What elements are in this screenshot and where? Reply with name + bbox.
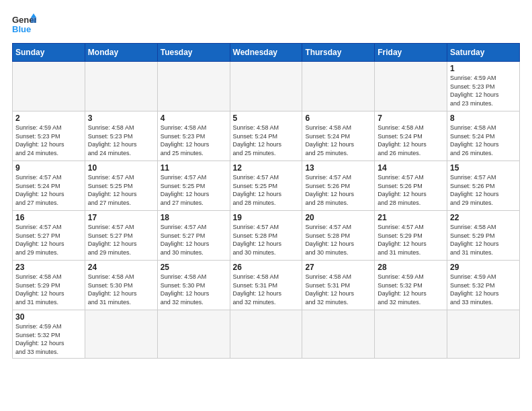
day-info: Sunrise: 4:58 AM Sunset: 5:30 PM Dayligh… [161,273,227,306]
logo: General Blue [12,12,36,36]
calendar-cell [85,62,157,111]
calendar-cell: 16Sunrise: 4:57 AM Sunset: 5:27 PM Dayli… [13,211,85,261]
day-number: 7 [378,113,444,123]
day-info: Sunrise: 4:58 AM Sunset: 5:23 PM Dayligh… [161,124,227,157]
svg-marker-3 [31,17,36,23]
day-info: Sunrise: 4:58 AM Sunset: 5:24 PM Dayligh… [305,124,371,157]
day-info: Sunrise: 4:57 AM Sunset: 5:25 PM Dayligh… [233,173,300,207]
calendar-row-3: 9Sunrise: 4:57 AM Sunset: 5:24 PM Daylig… [13,161,520,211]
day-number: 22 [450,213,517,222]
day-info: Sunrise: 4:57 AM Sunset: 5:27 PM Dayligh… [161,223,227,257]
day-number: 15 [450,163,517,173]
calendar-cell: 22Sunrise: 4:58 AM Sunset: 5:29 PM Dayli… [447,211,520,261]
day-info: Sunrise: 4:58 AM Sunset: 5:24 PM Dayligh… [378,124,444,157]
calendar-cell: 5Sunrise: 4:58 AM Sunset: 5:24 PM Daylig… [230,111,302,161]
day-number: 26 [233,263,300,272]
day-number: 13 [305,163,371,173]
day-info: Sunrise: 4:59 AM Sunset: 5:23 PM Dayligh… [15,124,82,157]
day-number: 12 [233,163,300,173]
day-number: 2 [15,113,82,123]
calendar-row-4: 16Sunrise: 4:57 AM Sunset: 5:27 PM Dayli… [13,211,520,261]
calendar-cell: 20Sunrise: 4:57 AM Sunset: 5:28 PM Dayli… [302,211,375,261]
calendar-cell [157,62,230,111]
calendar-cell: 2Sunrise: 4:59 AM Sunset: 5:23 PM Daylig… [13,111,85,161]
day-number: 24 [88,263,154,272]
calendar-cell: 28Sunrise: 4:59 AM Sunset: 5:32 PM Dayli… [375,261,447,310]
day-info: Sunrise: 4:58 AM Sunset: 5:31 PM Dayligh… [233,273,300,306]
day-info: Sunrise: 4:57 AM Sunset: 5:25 PM Dayligh… [88,173,154,207]
day-number: 11 [161,163,227,173]
day-number: 28 [378,263,444,272]
day-number: 5 [233,113,300,123]
calendar-cell [157,310,230,359]
calendar-cell [375,310,447,359]
day-info: Sunrise: 4:57 AM Sunset: 5:27 PM Dayligh… [15,223,82,257]
calendar-cell: 23Sunrise: 4:58 AM Sunset: 5:29 PM Dayli… [13,261,85,310]
calendar-row-5: 23Sunrise: 4:58 AM Sunset: 5:29 PM Dayli… [13,261,520,310]
day-number: 1 [450,64,517,73]
calendar-cell: 26Sunrise: 4:58 AM Sunset: 5:31 PM Dayli… [230,261,302,310]
day-number: 3 [88,113,154,123]
day-number: 19 [233,213,300,222]
day-info: Sunrise: 4:57 AM Sunset: 5:24 PM Dayligh… [15,173,82,207]
calendar-cell [230,62,302,111]
day-info: Sunrise: 4:58 AM Sunset: 5:29 PM Dayligh… [15,273,82,306]
day-info: Sunrise: 4:57 AM Sunset: 5:28 PM Dayligh… [305,223,371,257]
day-number: 23 [15,263,82,272]
weekday-sunday: Sunday [13,44,85,62]
calendar-cell: 4Sunrise: 4:58 AM Sunset: 5:23 PM Daylig… [157,111,230,161]
calendar-row-1: 1Sunrise: 4:59 AM Sunset: 5:23 PM Daylig… [13,62,520,111]
day-number: 21 [378,213,444,222]
day-info: Sunrise: 4:57 AM Sunset: 5:26 PM Dayligh… [450,173,517,207]
weekday-tuesday: Tuesday [157,44,230,62]
day-info: Sunrise: 4:58 AM Sunset: 5:31 PM Dayligh… [305,273,371,306]
calendar-row-2: 2Sunrise: 4:59 AM Sunset: 5:23 PM Daylig… [13,111,520,161]
weekday-wednesday: Wednesday [230,44,302,62]
day-number: 30 [15,312,82,322]
header: General Blue [12,12,520,36]
day-number: 17 [88,213,154,222]
calendar-cell: 30Sunrise: 4:59 AM Sunset: 5:32 PM Dayli… [13,310,85,359]
calendar-cell: 9Sunrise: 4:57 AM Sunset: 5:24 PM Daylig… [13,161,85,211]
day-number: 4 [161,113,227,123]
day-info: Sunrise: 4:58 AM Sunset: 5:29 PM Dayligh… [450,223,517,257]
day-number: 14 [378,163,444,173]
day-info: Sunrise: 4:57 AM Sunset: 5:27 PM Dayligh… [88,223,154,257]
calendar-cell: 27Sunrise: 4:58 AM Sunset: 5:31 PM Dayli… [302,261,375,310]
calendar-cell: 3Sunrise: 4:58 AM Sunset: 5:23 PM Daylig… [85,111,157,161]
day-number: 8 [450,113,517,123]
day-info: Sunrise: 4:59 AM Sunset: 5:32 PM Dayligh… [450,273,517,306]
calendar-cell: 6Sunrise: 4:58 AM Sunset: 5:24 PM Daylig… [302,111,375,161]
calendar-cell [447,310,520,359]
weekday-saturday: Saturday [447,44,520,62]
day-number: 10 [88,163,154,173]
calendar-cell [230,310,302,359]
calendar-cell: 10Sunrise: 4:57 AM Sunset: 5:25 PM Dayli… [85,161,157,211]
calendar-cell [85,310,157,359]
calendar-cell [302,62,375,111]
calendar-cell: 15Sunrise: 4:57 AM Sunset: 5:26 PM Dayli… [447,161,520,211]
day-number: 9 [15,163,82,173]
calendar-cell: 25Sunrise: 4:58 AM Sunset: 5:30 PM Dayli… [157,261,230,310]
day-number: 6 [305,113,371,123]
day-info: Sunrise: 4:57 AM Sunset: 5:28 PM Dayligh… [233,223,300,257]
calendar: SundayMondayTuesdayWednesdayThursdayFrid… [12,43,520,359]
day-info: Sunrise: 4:57 AM Sunset: 5:29 PM Dayligh… [378,223,444,257]
calendar-cell: 24Sunrise: 4:58 AM Sunset: 5:30 PM Dayli… [85,261,157,310]
calendar-cell: 7Sunrise: 4:58 AM Sunset: 5:24 PM Daylig… [375,111,447,161]
day-info: Sunrise: 4:58 AM Sunset: 5:30 PM Dayligh… [88,273,154,306]
day-number: 29 [450,263,517,272]
calendar-cell: 1Sunrise: 4:59 AM Sunset: 5:23 PM Daylig… [447,62,520,111]
calendar-cell: 29Sunrise: 4:59 AM Sunset: 5:32 PM Dayli… [447,261,520,310]
calendar-cell: 8Sunrise: 4:58 AM Sunset: 5:24 PM Daylig… [447,111,520,161]
logo-icon: General Blue [12,12,36,36]
calendar-cell: 14Sunrise: 4:57 AM Sunset: 5:26 PM Dayli… [375,161,447,211]
calendar-cell [375,62,447,111]
calendar-cell [302,310,375,359]
calendar-cell: 13Sunrise: 4:57 AM Sunset: 5:26 PM Dayli… [302,161,375,211]
calendar-cell: 12Sunrise: 4:57 AM Sunset: 5:25 PM Dayli… [230,161,302,211]
day-info: Sunrise: 4:57 AM Sunset: 5:25 PM Dayligh… [161,173,227,207]
day-info: Sunrise: 4:59 AM Sunset: 5:23 PM Dayligh… [450,74,517,107]
day-info: Sunrise: 4:58 AM Sunset: 5:24 PM Dayligh… [233,124,300,157]
day-number: 27 [305,263,371,272]
